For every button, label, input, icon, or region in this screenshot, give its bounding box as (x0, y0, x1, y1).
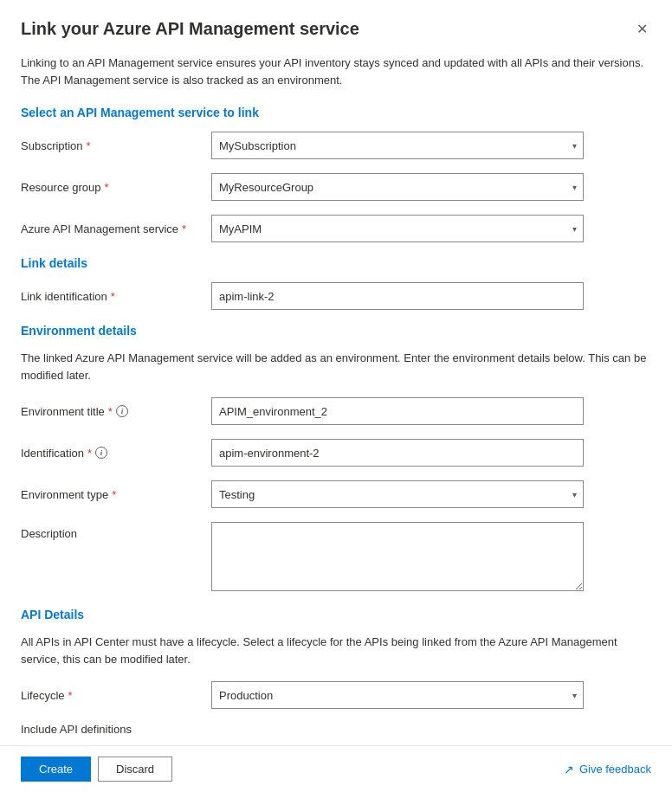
section-api-details-title: API Details (21, 608, 651, 621)
feedback-icon: ↗ (564, 763, 574, 776)
feedback-link[interactable]: ↗ Give feedback (564, 763, 651, 776)
apim-service-control: MyAPIM ▾ (211, 215, 584, 242)
subscription-required: * (87, 139, 91, 152)
env-type-select-wrapper: Development Testing Staging Production ▾ (211, 480, 584, 508)
env-title-row: Environment title * i (21, 397, 651, 425)
env-title-required: * (108, 405, 113, 418)
discard-button[interactable]: Discard (98, 757, 172, 782)
close-icon: ✕ (636, 21, 648, 37)
apim-service-select-wrapper: MyAPIM ▾ (211, 215, 584, 242)
intro-text: Linking to an API Management service ens… (21, 51, 651, 88)
apim-service-label: Azure API Management service * (21, 222, 211, 235)
section-link-details-title: Link details (21, 256, 651, 270)
env-type-control: Development Testing Staging Production ▾ (211, 480, 584, 508)
env-title-label: Environment title * i (21, 405, 211, 418)
dialog-footer: Create Discard ↗ Give feedback (0, 745, 672, 792)
include-definitions-label: Include API definitions (21, 723, 211, 736)
link-id-label: Link identification * (21, 290, 211, 303)
lifecycle-row: Lifecycle * Development Testing Staging … (21, 681, 651, 709)
include-definitions-row: Include API definitions (21, 723, 651, 736)
dialog-body: Linking to an API Management service ens… (0, 51, 672, 745)
subscription-select-wrapper: MySubscription ▾ (211, 132, 584, 159)
footer-actions: Create Discard (21, 757, 172, 782)
env-title-input[interactable] (211, 397, 584, 425)
apim-service-select[interactable]: MyAPIM (211, 215, 584, 242)
lifecycle-label: Lifecycle * (21, 689, 211, 702)
env-type-select[interactable]: Development Testing Staging Production (211, 480, 584, 508)
api-details-note: All APIs in API Center must have a lifec… (21, 634, 651, 667)
identification-info-icon[interactable]: i (95, 447, 107, 459)
apim-service-required: * (182, 222, 186, 235)
link-id-row: Link identification * (21, 282, 651, 310)
resource-group-select-wrapper: MyResourceGroup ▾ (211, 173, 584, 201)
lifecycle-select[interactable]: Development Testing Staging Production D… (211, 681, 584, 709)
feedback-label: Give feedback (579, 763, 651, 776)
subscription-control: MySubscription ▾ (211, 132, 584, 159)
section-api-management-title: Select an API Management service to link (21, 106, 651, 119)
resource-group-label: Resource group * (21, 181, 211, 194)
dialog-title: Link your Azure API Management service (21, 19, 359, 39)
dialog-header: Link your Azure API Management service ✕ (0, 0, 672, 51)
toggle-thumb (232, 731, 246, 745)
identification-row: Identification * i (21, 439, 651, 467)
identification-required: * (87, 447, 92, 460)
close-button[interactable]: ✕ (633, 17, 651, 41)
description-control (211, 522, 584, 594)
link-id-required: * (111, 290, 115, 303)
link-id-input[interactable] (211, 282, 584, 310)
lifecycle-required: * (68, 689, 73, 702)
env-title-control (211, 397, 584, 425)
environment-note: The linked Azure API Management service … (21, 350, 651, 383)
resource-group-select[interactable]: MyResourceGroup (211, 173, 584, 201)
env-type-required: * (112, 488, 116, 501)
dialog-container: Link your Azure API Management service ✕… (0, 0, 672, 792)
lifecycle-select-wrapper: Development Testing Staging Production D… (211, 681, 584, 709)
create-button[interactable]: Create (21, 757, 91, 782)
description-row: Description (21, 522, 651, 594)
apim-service-row: Azure API Management service * MyAPIM ▾ (21, 215, 651, 242)
subscription-label: Subscription * (21, 139, 211, 152)
identification-input[interactable] (211, 439, 584, 467)
identification-control (211, 439, 584, 467)
link-id-control (211, 282, 584, 310)
resource-group-required: * (105, 181, 109, 194)
env-type-label: Environment type * (21, 488, 211, 501)
identification-label: Identification * i (21, 447, 211, 460)
resource-group-control: MyResourceGroup ▾ (211, 173, 584, 201)
env-title-info-icon[interactable]: i (116, 405, 128, 417)
description-label: Description (21, 522, 211, 540)
lifecycle-control: Development Testing Staging Production D… (211, 681, 584, 709)
env-type-row: Environment type * Development Testing S… (21, 480, 651, 508)
subscription-row: Subscription * MySubscription ▾ (21, 132, 651, 159)
description-input[interactable] (211, 522, 584, 591)
subscription-select[interactable]: MySubscription (211, 132, 584, 159)
section-environment-title: Environment details (21, 324, 651, 338)
resource-group-row: Resource group * MyResourceGroup ▾ (21, 173, 651, 201)
